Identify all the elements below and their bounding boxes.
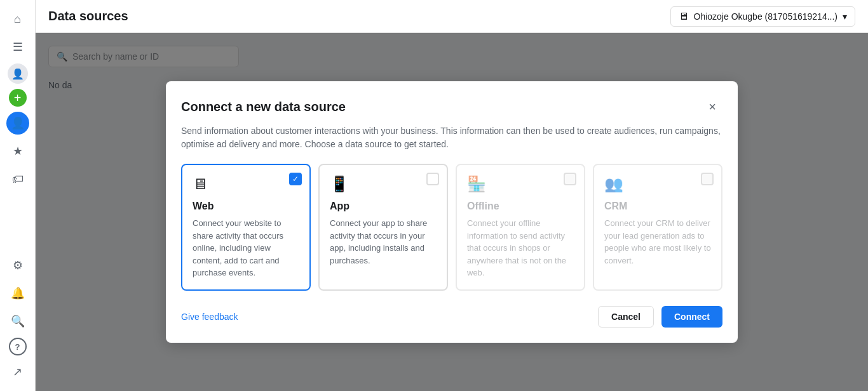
- offline-card-desc: Connect your offline information to send…: [467, 217, 574, 279]
- monitor-icon: 🖥: [679, 11, 689, 22]
- offline-checkbox: [564, 173, 576, 185]
- user-selector[interactable]: 🖥 Ohiozoje Okugbe (817051619214...) ▾: [670, 6, 856, 27]
- main-content: Data sources 🖥 Ohiozoje Okugbe (81705161…: [36, 0, 868, 391]
- source-cards-row: ✓ 🖥 Web Connect your website to share ac…: [181, 164, 722, 291]
- sidebar-add-icon[interactable]: +: [9, 89, 27, 107]
- sidebar-home-icon[interactable]: ⌂: [6, 8, 29, 30]
- user-name: Ohiozoje Okugbe (817051619214...): [694, 11, 838, 22]
- modal-subtitle: Send information about customer interact…: [181, 124, 722, 151]
- sidebar-settings-icon[interactable]: ⚙: [6, 254, 29, 277]
- top-header: Data sources 🖥 Ohiozoje Okugbe (81705161…: [36, 0, 868, 33]
- page-title: Data sources: [48, 9, 128, 23]
- source-card-offline: 🏪 Offline Connect your offline informati…: [456, 164, 585, 291]
- app-card-name: App: [330, 201, 437, 212]
- source-card-web[interactable]: ✓ 🖥 Web Connect your website to share ac…: [181, 164, 311, 291]
- connect-button[interactable]: Connect: [661, 306, 722, 328]
- modal-footer: Give feedback Cancel Connect: [181, 306, 722, 328]
- give-feedback-button[interactable]: Give feedback: [181, 312, 238, 322]
- web-icon: 🖥: [193, 175, 299, 193]
- sidebar-menu-icon[interactable]: ☰: [6, 36, 29, 58]
- sidebar-help-icon[interactable]: ?: [9, 338, 27, 355]
- app-icon: 📱: [330, 175, 437, 193]
- modal: Connect a new data source × Send informa…: [166, 81, 738, 343]
- app-card-desc: Connect your app to share activity that …: [330, 217, 437, 267]
- chevron-down-icon: ▾: [843, 11, 847, 22]
- crm-card-name: CRM: [604, 201, 711, 212]
- modal-overlay: Connect a new data source × Send informa…: [36, 33, 868, 391]
- modal-close-button[interactable]: ×: [702, 96, 722, 117]
- cancel-button[interactable]: Cancel: [598, 306, 654, 328]
- sidebar-star-icon[interactable]: ★: [6, 140, 29, 162]
- crm-icon: 👥: [604, 175, 711, 193]
- sidebar-bell-icon[interactable]: 🔔: [6, 282, 29, 305]
- web-card-desc: Connect your website to share activity t…: [193, 217, 299, 279]
- sidebar-search-icon[interactable]: 🔍: [6, 310, 29, 333]
- source-card-crm: 👥 CRM Connect your CRM to deliver your l…: [593, 164, 722, 291]
- sidebar-tag-icon[interactable]: 🏷: [6, 168, 29, 190]
- footer-buttons: Cancel Connect: [598, 306, 722, 328]
- sidebar-person-icon[interactable]: 👤: [6, 112, 29, 135]
- modal-header: Connect a new data source ×: [181, 96, 722, 117]
- crm-checkbox: [701, 173, 714, 185]
- sidebar-share-icon[interactable]: ↗: [6, 361, 29, 383]
- crm-card-desc: Connect your CRM to deliver your lead ge…: [604, 217, 711, 267]
- sidebar: ⌂ ☰ 👤 + 👤 ★ 🏷 ⚙ 🔔 🔍 ? ↗: [0, 0, 36, 391]
- offline-icon: 🏪: [467, 175, 574, 193]
- offline-card-name: Offline: [467, 201, 574, 212]
- content-body: 🔍 Search by name or ID No da Connect a d…: [36, 33, 868, 391]
- sidebar-profile-icon[interactable]: 👤: [8, 63, 28, 84]
- source-card-app[interactable]: 📱 App Connect your app to share activity…: [318, 164, 448, 291]
- app-checkbox[interactable]: [426, 173, 439, 185]
- web-card-name: Web: [193, 201, 299, 212]
- web-checkbox[interactable]: ✓: [289, 173, 302, 185]
- modal-title: Connect a new data source: [181, 100, 346, 114]
